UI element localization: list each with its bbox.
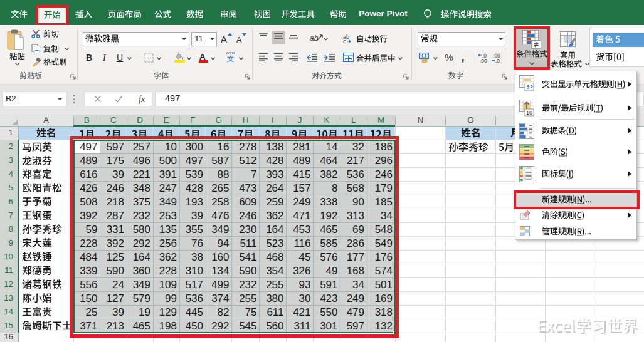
svg-text:.0: .0 [495, 58, 500, 63]
svg-text:10: 10 [526, 110, 532, 116]
svg-text:.00: .00 [480, 58, 487, 63]
svg-text:c: c [343, 38, 346, 43]
